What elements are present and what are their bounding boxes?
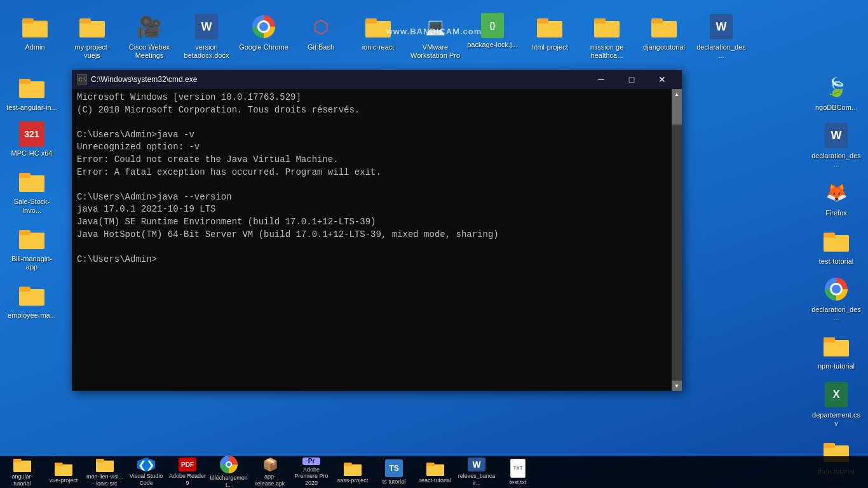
folder-icon	[96, 457, 114, 472]
taskbar-icon-vscode[interactable]: ❮❯ Visual Studio Code	[127, 458, 165, 487]
icon-label: my-project-vuejs	[67, 43, 118, 60]
mongo-icon: 🍃	[822, 73, 850, 101]
folder-icon	[55, 461, 72, 476]
desktop-icon-sale-stock[interactable]: Sale-Stock-Invo...	[3, 164, 60, 217]
svg-rect-26	[824, 443, 835, 448]
svg-rect-8	[537, 18, 548, 24]
scrollbar-up-arrow[interactable]: ▲	[672, 89, 682, 99]
icon-label: test-angular-in...	[6, 104, 57, 112]
desktop-icon-csv[interactable]: X departement.csv	[808, 377, 865, 431]
desktop-icon-firefox[interactable]: 🦊 Firefox	[808, 175, 865, 220]
taskbar-icon-apk[interactable]: 📦 app-release.apk	[251, 458, 289, 487]
cmd-app-icon: C:\	[77, 74, 87, 85]
taskbar-icon-telechargement[interactable]: téléchargement...	[210, 458, 248, 487]
desktop-icon-test-angular[interactable]: test-angular-in...	[3, 70, 60, 115]
svg-rect-22	[824, 233, 835, 238]
svg-rect-30	[55, 462, 63, 466]
svg-rect-16	[19, 173, 31, 178]
scrollbar-down-arrow[interactable]: ▼	[672, 381, 682, 391]
icon-label: Cisco Webex Meetings	[124, 43, 175, 60]
chrome-icon	[220, 456, 238, 473]
folder-icon	[650, 13, 678, 41]
taskbar-icon-lien[interactable]: mon-lien-visi... - ionic-src	[86, 458, 124, 487]
maximize-button[interactable]: □	[617, 70, 646, 89]
desktop-icon-npm[interactable]: npm-tutorial	[808, 329, 865, 374]
svg-rect-28	[13, 459, 22, 463]
desktop-icon-vmware[interactable]: 💻 VMware Workstation Pro	[407, 10, 464, 63]
icon-label: angular-tutorial	[3, 473, 41, 487]
desktop-icon-mpc[interactable]: 321 MPC-HC x64	[3, 118, 60, 161]
cmd-controls: ─ □ ✕	[587, 70, 677, 89]
icon-label: téléchargement...	[210, 475, 248, 488]
folder-icon	[13, 457, 31, 472]
gitbash-icon: ⬡	[307, 13, 335, 41]
close-button[interactable]: ✕	[648, 70, 677, 89]
taskbar-icon-txt[interactable]: TXT test.txt	[499, 458, 537, 487]
premiere-icon: Pr	[302, 458, 320, 465]
pdf-icon: PDF	[179, 458, 196, 471]
icon-label: package-lock.j...	[467, 41, 517, 49]
icon-label: departement.csv	[811, 411, 862, 428]
taskbar-icon-ts[interactable]: TS ts tutorial	[375, 458, 413, 487]
folder-icon	[18, 224, 46, 252]
apk-icon: 📦	[261, 457, 279, 472]
taskbar-icon-releves-word[interactable]: W releves_bancair...	[458, 458, 496, 487]
desktop-icon-package[interactable]: {} package-lock.j...	[464, 10, 521, 63]
taskbar-icon-adobe[interactable]: PDF Adobe Reader 9	[168, 458, 207, 487]
cmd-content[interactable]: Microsoft Windows [version 10.0.17763.52…	[72, 89, 672, 391]
word-icon: W	[193, 13, 220, 41]
scrollbar-track[interactable]	[672, 99, 682, 381]
icon-label: html-project	[531, 43, 567, 51]
icon-label: Google Chrome	[239, 43, 288, 51]
icon-label: Sale-Stock-Invo...	[6, 198, 57, 214]
taskbar-icon-angular[interactable]: angular-tutorial	[3, 458, 41, 487]
desktop-icon-decl3[interactable]: declaration_des...	[808, 272, 865, 325]
icon-label: test-tutorial	[819, 257, 853, 266]
desktop-icon-html[interactable]: html-project	[521, 10, 578, 63]
chrome-icon	[250, 13, 278, 41]
desktop-icon-admin[interactable]: Admin	[6, 10, 64, 63]
desktop-icon-mongodb[interactable]: 🍃 ngoDBCom...	[808, 70, 865, 115]
taskbar-icon-vue[interactable]: vue-project	[44, 458, 83, 487]
folder-icon	[78, 13, 106, 41]
svg-rect-20	[19, 287, 31, 292]
icon-label: declaration_des...	[811, 306, 862, 322]
cmd-scrollbar[interactable]: ▲ ▼	[672, 89, 682, 391]
icon-label: react-tutorial	[419, 477, 451, 484]
txt-icon: TXT	[510, 459, 526, 478]
desktop-icon-mission[interactable]: mission ge healthca...	[578, 10, 635, 63]
json-icon: {}	[481, 13, 504, 38]
desktop-icon-chrome[interactable]: Google Chrome	[235, 10, 292, 63]
desktop-icon-django[interactable]: djangotutorial	[635, 10, 693, 63]
vmware-icon: 💻	[421, 13, 449, 41]
icon-label: ngoDBCom...	[815, 104, 857, 112]
folder-icon	[822, 227, 850, 255]
minimize-button[interactable]: ─	[587, 70, 616, 89]
desktop-icon-declaration[interactable]: W declaration_des...	[693, 10, 750, 63]
desktop-icon-test-tutorial[interactable]: test-tutorial	[808, 224, 865, 269]
icon-label: VMware Workstation Pro	[410, 43, 461, 60]
taskbar: angular-tutorial vue-project mon-lien-vi…	[0, 456, 868, 488]
desktop-icon-vuejs[interactable]: my-project-vuejs	[64, 10, 121, 63]
desktop-icon-webex[interactable]: 🎥 Cisco Webex Meetings	[121, 10, 178, 63]
desktop-icon-bill[interactable]: Bill-managin-app	[3, 221, 60, 274]
svg-rect-14	[19, 79, 31, 84]
desktop-icon-beta-docx[interactable]: W version betadocx.docx	[178, 10, 235, 63]
taskbar-icon-react[interactable]: react-tutorial	[416, 458, 454, 487]
icon-label: Bill-managin-app	[6, 255, 57, 271]
desktop-icon-ionic[interactable]: ionic-react	[349, 10, 407, 63]
folder-icon	[18, 281, 46, 309]
taskbar-icon-premiere[interactable]: Pr Adobe Premiere Pro 2020	[292, 458, 330, 487]
taskbar-icon-sass[interactable]: sass-project	[334, 458, 372, 487]
folder-icon	[593, 13, 621, 41]
icon-label: declaration_des...	[696, 43, 747, 60]
folder-icon	[344, 461, 362, 476]
scrollbar-thumb[interactable]	[672, 99, 682, 125]
desktop-icon-decl2[interactable]: W declaration_des...	[808, 118, 865, 172]
desktop-icon-gitbash[interactable]: ⬡ Git Bash	[292, 10, 349, 63]
desktop-icon-employee[interactable]: employee-ma...	[3, 278, 60, 323]
icon-label: Admin	[25, 43, 44, 51]
desktop-icons-top: Admin my-project-vuejs 🎥 Cisco Webex Mee…	[0, 6, 868, 66]
icon-label: sass-project	[337, 477, 369, 484]
icon-label: vue-project	[50, 477, 78, 484]
